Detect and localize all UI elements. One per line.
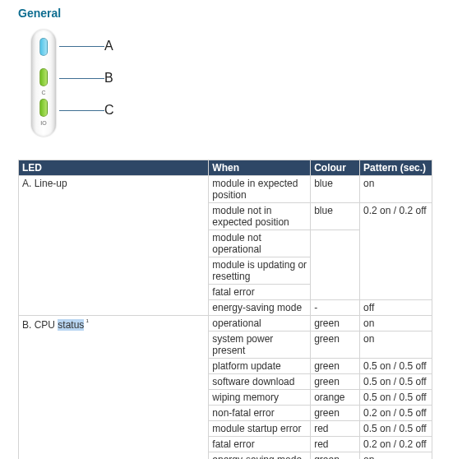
th-led: LED: [19, 160, 209, 176]
cell-pattern: on: [360, 176, 432, 203]
cell-when: energy-saving mode: [209, 452, 311, 460]
panel-label-mid: C: [31, 90, 56, 95]
led-diagram: C IO A B C: [31, 30, 460, 137]
cell-colour: green: [311, 332, 360, 359]
cell-when: module startup error: [209, 421, 311, 437]
cell-pattern: 0.2 on / 0.2 off: [360, 203, 432, 300]
table-header-row: LED When Colour Pattern (sec.): [19, 160, 432, 176]
cell-colour: blue: [311, 176, 360, 203]
table-row: A. Line-upmodule in expected positionblu…: [19, 176, 432, 203]
callout-lines: [59, 30, 104, 137]
cell-pattern: 0.5 on / 0.5 off: [360, 359, 432, 374]
cell-colour: green: [311, 374, 360, 390]
cell-when: wiping memory: [209, 390, 311, 406]
callout-label-a: A: [104, 39, 113, 53]
callout-label-b: B: [104, 72, 113, 85]
cell-when: non-fatal error: [209, 406, 311, 421]
cell-colour: -: [311, 300, 360, 316]
callout-labels: A B C: [104, 30, 121, 137]
cell-when: module is updating or resetting: [209, 257, 311, 285]
th-when: When: [209, 160, 311, 176]
cell-pattern: on: [360, 332, 432, 359]
cell-colour: blue: [311, 203, 360, 230]
cell-when: software download: [209, 374, 311, 390]
cell-colour: [311, 230, 360, 300]
status-panel: C IO: [31, 30, 56, 137]
callout-line-b: [59, 78, 104, 79]
callout-label-c: C: [104, 104, 114, 117]
cell-when: energy-saving mode: [209, 300, 311, 316]
panel-label-bottom: IO: [31, 120, 56, 126]
cell-when: system power present: [209, 332, 311, 359]
cell-colour: orange: [311, 390, 360, 406]
callout-line-a: [59, 46, 104, 47]
cell-when: fatal error: [209, 437, 311, 452]
cell-colour: green: [311, 452, 360, 460]
cell-when: platform update: [209, 359, 311, 374]
panel-label-blank1: [31, 59, 56, 65]
cell-pattern: on: [360, 316, 432, 332]
cell-pattern: 0.5 on / 0.5 off: [360, 421, 432, 437]
cell-pattern: 0.5 on / 0.5 off: [360, 390, 432, 406]
cell-colour: green: [311, 406, 360, 421]
cell-pattern: 0.2 on / 0.5 off: [360, 406, 432, 421]
cell-colour: green: [311, 316, 360, 332]
cell-colour: red: [311, 421, 360, 437]
cell-led: A. Line-up: [19, 176, 209, 316]
table-row: B. CPU status ¹operationalgreenon: [19, 316, 432, 332]
th-pattern: Pattern (sec.): [360, 160, 432, 176]
cell-when: module in expected position: [209, 176, 311, 203]
cell-pattern: on: [360, 452, 432, 460]
cell-when: module not operational: [209, 230, 311, 257]
cell-led: B. CPU status ¹: [19, 316, 209, 460]
th-colour: Colour: [311, 160, 360, 176]
cell-when: operational: [209, 316, 311, 332]
section-title: General: [18, 7, 460, 20]
led-a-icon: [39, 38, 48, 56]
led-b-icon: [39, 68, 48, 86]
cell-pattern: 0.5 on / 0.5 off: [360, 374, 432, 390]
cell-pattern: 0.2 on / 0.2 off: [360, 437, 432, 452]
led-table: LED When Colour Pattern (sec.) A. Line-u…: [18, 160, 432, 459]
highlight-status: status: [58, 319, 84, 331]
cell-colour: red: [311, 437, 360, 452]
led-c-icon: [39, 99, 48, 117]
footnote-marker: ¹: [84, 318, 89, 326]
cell-when: module not in expected position: [209, 203, 311, 230]
cell-when: fatal error: [209, 285, 311, 300]
cell-colour: green: [311, 359, 360, 374]
callout-line-c: [59, 110, 104, 111]
cell-pattern: off: [360, 300, 432, 316]
